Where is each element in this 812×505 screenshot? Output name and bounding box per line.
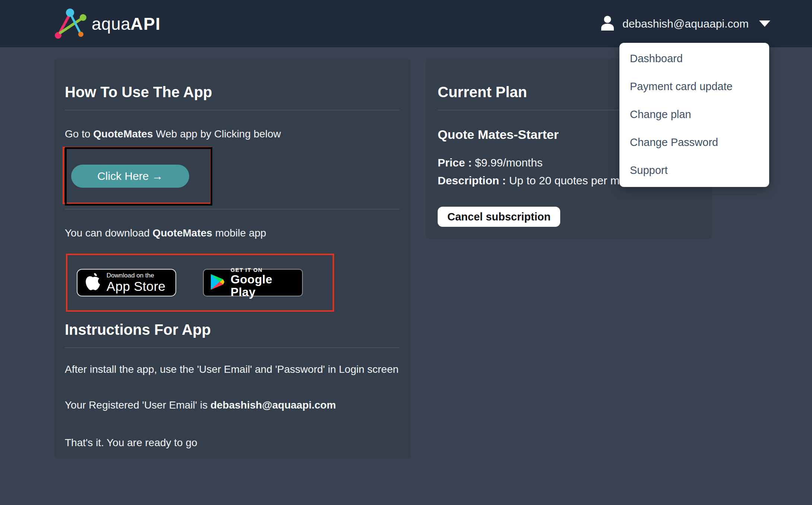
instructions-paragraph-2: Your Registered 'User Email' is debashis… (65, 398, 400, 412)
instructions-paragraph-3: That's it. You are ready to go (65, 435, 400, 450)
divider (65, 347, 400, 348)
apple-icon (85, 273, 101, 293)
user-email: debashish@aquaapi.com (622, 18, 749, 30)
app-logo[interactable]: aquaAPI (54, 7, 161, 40)
google-play-badge-line2: Google Play (231, 273, 298, 299)
click-here-annotation: Click Here → (65, 147, 212, 206)
divider (65, 110, 400, 110)
menu-item-change-password[interactable]: Change Password (619, 128, 769, 156)
web-app-line: Go to QuoteMates Web app by Clicking bel… (65, 127, 400, 141)
menu-item-change-plan[interactable]: Change plan (619, 101, 769, 128)
how-to-use-title: How To Use The App (65, 85, 400, 99)
menu-item-support[interactable]: Support (619, 156, 769, 184)
download-line: You can download QuoteMates mobile app (65, 226, 400, 240)
instructions-paragraph-1: After install the app, use the 'User Ema… (65, 362, 399, 377)
google-play-badge-line1: GET IT ON (231, 267, 298, 273)
logo-text: aquaAPI (92, 14, 161, 34)
google-play-badge[interactable]: GET IT ON Google Play (203, 269, 303, 296)
how-to-use-card: How To Use The App Go to QuoteMates Web … (54, 58, 411, 459)
app-store-badge-line2: App Store (107, 279, 165, 293)
menu-item-payment-card-update[interactable]: Payment card update (619, 73, 769, 101)
click-here-button[interactable]: Click Here → (71, 165, 189, 188)
app-header: aquaAPI debashish@aquaapi.com (0, 0, 812, 47)
logo-icon (54, 7, 90, 40)
app-store-badge-line1: Download on the (107, 272, 165, 279)
app-store-badge[interactable]: Download on the App Store (77, 269, 176, 296)
menu-item-dashboard[interactable]: Dashboard (619, 45, 769, 73)
store-badges-annotation-red-box: Download on the App Store GET IT ON Goog… (66, 254, 334, 312)
caret-down-icon (759, 20, 770, 27)
user-menu-trigger[interactable]: debashish@aquaapi.com (600, 15, 770, 33)
instructions-title: Instructions For App (65, 322, 400, 337)
divider (65, 209, 400, 209)
google-play-icon (208, 273, 226, 292)
user-dropdown-menu: Dashboard Payment card update Change pla… (619, 43, 769, 187)
cancel-subscription-button[interactable]: Cancel subscription (438, 207, 560, 227)
user-avatar-icon (600, 15, 615, 33)
